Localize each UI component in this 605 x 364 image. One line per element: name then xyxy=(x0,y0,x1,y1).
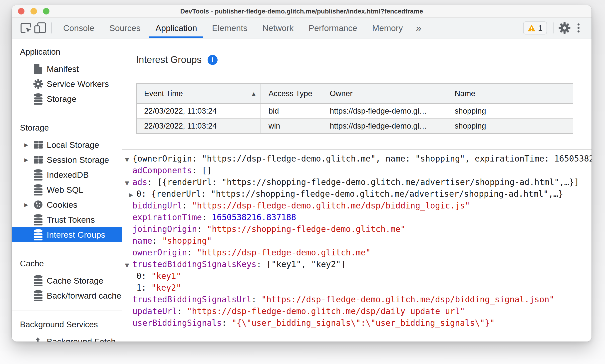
json-tree: ▼{ownerOrigin: "https://dsp-fledge-demo.… xyxy=(125,153,592,342)
expand-arrow-icon[interactable]: ▶ xyxy=(22,137,30,152)
tree-row[interactable]: ▼trustedBiddingSignalsKeys: ["key1", "ke… xyxy=(125,258,592,270)
section-title-storage: Storage xyxy=(12,120,122,135)
tab-console[interactable]: Console xyxy=(56,18,102,38)
section-cache: CacheCache StorageBack/forward cache xyxy=(12,250,122,303)
sort-ascending-icon: ▲ xyxy=(251,90,257,97)
tab-memory[interactable]: Memory xyxy=(365,18,410,38)
sidebar-item-label: Storage xyxy=(47,94,76,104)
table-cell: https://dsp-fledge-demo.gl… xyxy=(322,119,447,133)
tree-row[interactable]: ownerOrigin: "https://dsp-fledge-demo.gl… xyxy=(125,247,592,258)
tree-row[interactable]: adComponents: [] xyxy=(125,165,592,176)
events-table: Event Time▲Access TypeOwnerName22/03/202… xyxy=(136,83,573,134)
tab-performance[interactable]: Performance xyxy=(301,18,365,38)
column-header-owner[interactable]: Owner xyxy=(322,84,447,103)
json-key-text: joiningOrigin xyxy=(132,224,197,234)
heading-row: Interest Groups xyxy=(136,54,218,65)
sidebar-item-background-fetch[interactable]: Background Fetch xyxy=(12,334,122,342)
json-plain-text: : [{renderUrl: "https://shopping-fledge-… xyxy=(147,177,579,187)
more-tabs-button[interactable]: » xyxy=(410,18,427,38)
database-icon xyxy=(33,93,44,105)
tree-row[interactable]: userBiddingSignals: "{\"user_bidding_sig… xyxy=(125,317,592,329)
column-header-access-type[interactable]: Access Type xyxy=(261,84,322,103)
json-plain-text: : xyxy=(222,318,232,328)
warning-count: 1 xyxy=(538,23,543,33)
tree-row[interactable]: expirationTime: 1650538216.837188 xyxy=(125,211,592,223)
sidebar-item-cache-storage[interactable]: Cache Storage xyxy=(12,273,122,288)
expand-arrow-icon[interactable]: ▶ xyxy=(22,197,30,212)
warning-badge[interactable]: 1 xyxy=(523,21,547,34)
table-icon xyxy=(33,154,44,166)
sidebar: ApplicationManifestService WorkersStorag… xyxy=(12,38,122,342)
kebab-menu-icon[interactable] xyxy=(572,21,586,35)
json-key-text: updateUrl xyxy=(132,306,177,316)
tree-row[interactable]: updateUrl: "https://dsp-fledge-demo.glit… xyxy=(125,305,592,317)
json-str-text: "key1" xyxy=(151,271,181,281)
inspect-element-icon[interactable] xyxy=(19,21,33,35)
tree-row[interactable]: 0: "key1" xyxy=(125,270,592,282)
tab-application[interactable]: Application xyxy=(148,18,204,38)
json-str-text: "https://dsp-fledge-demo.glitch.me/dsp/b… xyxy=(192,201,470,210)
column-header-name[interactable]: Name xyxy=(447,84,573,103)
table-cell: shopping xyxy=(447,119,573,133)
database-icon xyxy=(33,275,44,286)
json-str-text: "key2" xyxy=(151,283,181,293)
json-idx-text: 1 xyxy=(136,283,141,293)
minimize-button[interactable] xyxy=(30,8,37,14)
sidebar-item-trust-tokens[interactable]: Trust Tokens xyxy=(12,212,122,227)
table-row[interactable]: 22/03/2022, 11:03:24bidhttps://dsp-fledg… xyxy=(137,104,573,119)
sidebar-item-label: Web SQL xyxy=(47,185,83,195)
table-icon xyxy=(33,139,44,151)
json-str-text: "https://dsp-fledge-demo.glitch.me/dsp/d… xyxy=(187,306,465,316)
tree-row[interactable]: ▼ads: [{renderUrl: "https://shopping-fle… xyxy=(125,176,592,188)
sidebar-item-cookies[interactable]: ▶Cookies xyxy=(12,197,122,212)
table-header-row: Event Time▲Access TypeOwnerName xyxy=(137,84,573,104)
table-cell: bid xyxy=(261,104,322,118)
tree-row[interactable]: ▼{ownerOrigin: "https://dsp-fledge-demo.… xyxy=(125,153,592,165)
sidebar-item-manifest[interactable]: Manifest xyxy=(12,61,122,76)
column-header-event-time[interactable]: Event Time▲ xyxy=(137,84,261,103)
sidebar-item-label: Cookies xyxy=(47,200,77,210)
tree-collapsed-arrow-icon[interactable]: ▶ xyxy=(129,189,136,201)
sidebar-item-label: IndexedDB xyxy=(47,170,89,180)
sidebar-item-label: Trust Tokens xyxy=(47,215,95,225)
tree-row[interactable]: trustedBiddingSignalsUrl: "https://dsp-f… xyxy=(125,294,592,305)
json-plain-text: : xyxy=(177,306,187,316)
tab-network[interactable]: Network xyxy=(255,18,301,38)
json-plain-text: : xyxy=(252,295,262,304)
sidebar-item-storage[interactable]: Storage xyxy=(12,91,122,106)
sidebar-item-local-storage[interactable]: ▶Local Storage xyxy=(12,137,122,152)
sidebar-item-back-forward-cache[interactable]: Back/forward cache xyxy=(12,288,122,303)
section-title-application: Application xyxy=(12,44,122,59)
database-icon xyxy=(33,169,44,181)
device-toolbar-icon[interactable] xyxy=(33,21,47,35)
tree-row[interactable]: biddingUrl: "https://dsp-fledge-demo.gli… xyxy=(125,200,592,211)
maximize-button[interactable] xyxy=(43,8,49,14)
document-icon xyxy=(33,63,44,75)
tree-row[interactable]: ▶0: {renderUrl: "https://shopping-fledge… xyxy=(125,188,592,200)
tree-row[interactable]: 1: "key2" xyxy=(125,282,592,294)
tree-row[interactable]: name: "shopping" xyxy=(125,235,592,247)
expand-arrow-icon[interactable]: ▶ xyxy=(22,152,30,167)
tree-expanded-arrow-icon[interactable]: ▼ xyxy=(125,177,132,189)
main-panel: Interest Groups Event Time▲Access TypeOw… xyxy=(122,38,592,342)
sidebar-item-service-workers[interactable]: Service Workers xyxy=(12,76,122,91)
json-plain-text: : xyxy=(187,248,197,257)
tree-expanded-arrow-icon[interactable]: ▼ xyxy=(125,259,132,271)
tree-row[interactable]: joiningOrigin: "https://shopping-fledge-… xyxy=(125,223,592,235)
json-str-text: "https://dsp-fledge-demo.glitch.me/dsp/b… xyxy=(262,295,554,304)
json-plain-text: : xyxy=(202,212,212,222)
sidebar-item-session-storage[interactable]: ▶Session Storage xyxy=(12,152,122,167)
sidebar-item-indexeddb[interactable]: IndexedDB xyxy=(12,167,122,182)
table-row[interactable]: 22/03/2022, 11:03:24winhttps://dsp-fledg… xyxy=(137,119,573,133)
tab-sources[interactable]: Sources xyxy=(102,18,148,38)
table-cell: win xyxy=(261,119,322,133)
database-icon xyxy=(33,229,44,240)
tab-elements[interactable]: Elements xyxy=(205,18,255,38)
settings-gear-icon[interactable] xyxy=(558,21,572,35)
section-application: ApplicationManifestService WorkersStorag… xyxy=(12,38,122,106)
close-button[interactable] xyxy=(18,8,24,14)
tree-expanded-arrow-icon[interactable]: ▼ xyxy=(125,154,132,166)
sidebar-item-interest-groups[interactable]: Interest Groups xyxy=(12,227,122,242)
sidebar-item-web-sql[interactable]: Web SQL xyxy=(12,182,122,197)
info-icon[interactable] xyxy=(208,55,218,65)
